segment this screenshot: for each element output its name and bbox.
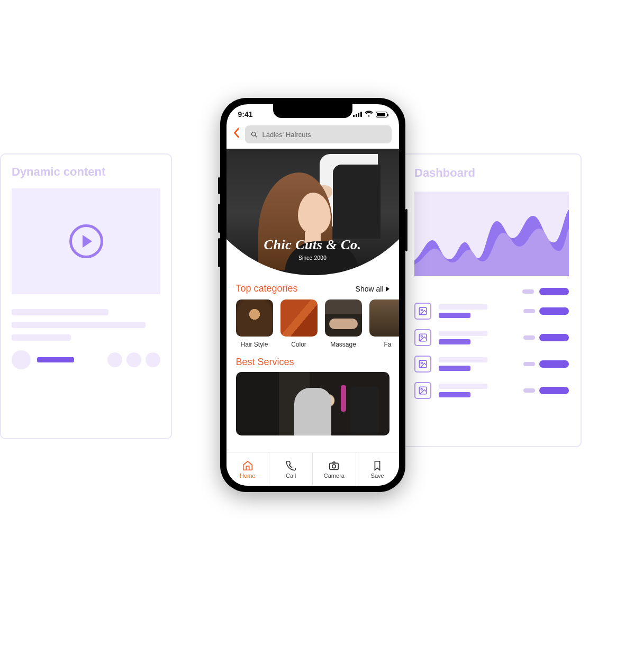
action-placeholder [126, 352, 141, 367]
category-label: Massage [325, 341, 362, 348]
home-icon [242, 460, 253, 471]
dashboard-card: Dashboard [402, 153, 582, 447]
category-thumb [369, 299, 399, 337]
dashboard-filter-row [414, 288, 569, 295]
tab-save[interactable]: Save [356, 452, 399, 486]
category-item-color[interactable]: Color [280, 299, 318, 348]
hero-brand: Chic Cuts & Co. [227, 237, 399, 253]
category-thumb [236, 299, 273, 337]
filter-pill[interactable] [539, 288, 569, 295]
svg-point-8 [251, 132, 256, 136]
status-time: 9:41 [238, 110, 253, 119]
search-input[interactable]: Ladies' Haircuts [245, 125, 392, 143]
svg-point-11 [332, 465, 336, 468]
category-thumb [325, 299, 362, 337]
tab-label: Home [240, 473, 255, 479]
bottom-tab-bar: Home Call Camera Save [227, 452, 399, 486]
bookmark-icon [372, 460, 383, 471]
tab-label: Call [286, 473, 296, 479]
dashboard-list-item[interactable] [414, 356, 569, 373]
svg-point-3 [421, 335, 422, 337]
play-icon [69, 224, 103, 258]
tab-home[interactable]: Home [227, 452, 270, 486]
hero-text: Chic Cuts & Co. Since 2000 [227, 237, 399, 261]
dashboard-list-item[interactable] [414, 329, 569, 346]
chevron-right-icon [386, 286, 390, 292]
signal-icon [353, 112, 362, 117]
battery-icon [376, 112, 387, 117]
avatar-placeholder [12, 350, 31, 369]
best-services-title: Best Services [227, 351, 399, 372]
dashboard-list-item[interactable] [414, 303, 569, 320]
search-icon [250, 131, 258, 139]
tab-label: Save [371, 473, 384, 479]
phone-notch [273, 104, 352, 118]
category-item-facial[interactable]: Fa [369, 299, 399, 348]
svg-rect-10 [330, 463, 339, 469]
category-item-hairstyle[interactable]: Hair Style [236, 299, 273, 348]
svg-line-9 [255, 135, 257, 137]
wifi-icon [365, 110, 373, 119]
category-item-massage[interactable]: Massage [325, 299, 362, 348]
category-label: Hair Style [236, 341, 273, 348]
show-all-link[interactable]: Show all [356, 285, 390, 293]
name-placeholder [37, 357, 74, 362]
action-placeholder [146, 352, 160, 367]
text-placeholder-line [12, 322, 146, 328]
category-thumb [280, 299, 318, 337]
image-icon [414, 356, 431, 373]
video-placeholder[interactable] [12, 188, 160, 294]
top-categories-title: Top categories [236, 283, 298, 294]
phone-icon [285, 460, 297, 471]
search-placeholder: Ladies' Haircuts [262, 131, 311, 139]
dynamic-content-card: Dynamic content [0, 153, 172, 439]
camera-icon [328, 460, 340, 471]
hero-since: Since 2000 [227, 255, 399, 261]
author-row [12, 350, 160, 369]
text-placeholder-line [12, 334, 71, 341]
dashboard-title: Dashboard [414, 166, 569, 180]
back-button[interactable] [232, 128, 241, 141]
text-placeholder-line [12, 309, 108, 315]
service-card[interactable] [236, 372, 390, 435]
dashboard-list-item[interactable] [414, 382, 569, 399]
image-icon [414, 329, 431, 346]
image-icon [414, 382, 431, 399]
svg-point-7 [421, 388, 422, 390]
tab-camera[interactable]: Camera [313, 452, 356, 486]
dashboard-chart [414, 192, 569, 276]
category-label: Fa [369, 341, 399, 348]
svg-point-5 [421, 362, 422, 364]
categories-strip[interactable]: Hair Style Color Massage Fa [227, 299, 399, 351]
hero-banner[interactable]: Chic Cuts & Co. Since 2000 [227, 149, 399, 276]
phone-mockup: 9:41 Ladies' [220, 98, 405, 492]
filter-placeholder [522, 289, 534, 294]
svg-point-1 [421, 309, 422, 311]
image-icon [414, 303, 431, 320]
tab-call[interactable]: Call [269, 452, 313, 486]
category-label: Color [280, 341, 318, 348]
dynamic-content-title: Dynamic content [12, 165, 160, 179]
action-placeholder [107, 352, 122, 367]
tab-label: Camera [324, 473, 345, 479]
